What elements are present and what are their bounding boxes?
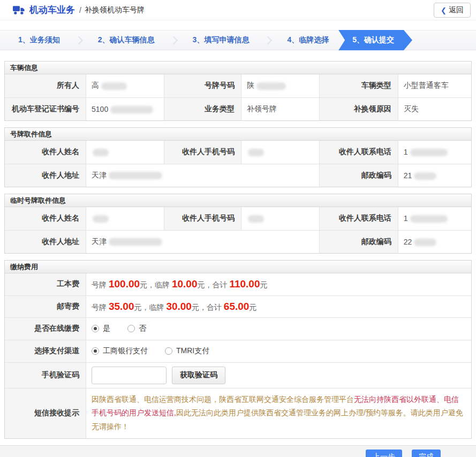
table-row: 收件人地址 天津 邮政编码 21 (5, 164, 471, 187)
redacted-value (248, 149, 264, 156)
field-label-recipient-name: 收件人姓名 (5, 207, 86, 230)
step-separator-icon (75, 36, 84, 44)
field-value-cert: 5100 (86, 97, 164, 120)
table-row: 选择支付渠道 工商银行支付 TMRI支付 (5, 340, 471, 362)
field-label-sms-note: 短信接收提示 (5, 388, 86, 438)
redacted-value (109, 238, 162, 246)
field-label-owner: 所有人 (5, 74, 86, 97)
payment-channel-options: 工商银行支付 TMRI支付 (86, 340, 471, 362)
section-vehicle-info: 车辆信息 所有人 高 号牌号码 陕 车辆类型 小型普通客车 机动车登记证书编号 … (4, 61, 472, 121)
radio-channel-tmri[interactable]: TMRI支付 (165, 346, 209, 356)
redacted-value (256, 82, 286, 90)
field-value-biz-type: 补领号牌 (241, 97, 320, 120)
section-fees: 缴纳费用 工本费 号牌 100.00元，临牌 10.00元，合计 110.00元… (4, 260, 472, 439)
prev-step-button[interactable]: 上一步 (366, 450, 402, 457)
field-value-vehicle-type: 小型普通客车 (398, 74, 471, 97)
footer-bar: 上一步 完成 (0, 445, 476, 457)
get-code-button[interactable]: 获取验证码 (172, 367, 225, 384)
field-label-sms-code: 手机验证码 (5, 362, 86, 388)
plate-delivery-table: 收件人姓名 收件人手机号码 收件人联系电话 1 收件人地址 天津 邮政编码 21 (5, 141, 471, 187)
redacted-value (414, 239, 436, 246)
table-row: 所有人 高 号牌号码 陕 车辆类型 小型普通客车 (5, 74, 471, 97)
page-subtitle: 补换领机动车号牌 (85, 5, 145, 15)
field-value-owner: 高 (86, 74, 164, 97)
section-plate-delivery: 号牌取件信息 收件人姓名 收件人手机号码 收件人联系电话 1 收件人地址 天津 … (4, 127, 472, 187)
section-temp-plate-delivery: 临时号牌取件信息 收件人姓名 收件人手机号码 收件人联系电话 1 收件人地址 天… (4, 194, 472, 254)
table-row: 手机验证码 获取验证码 (5, 362, 471, 388)
redacted-value (410, 149, 448, 156)
sms-note-part1: 因陕西省联通、电信运营商技术问题，陕西省互联网交通安全综合服务管理平台 (92, 395, 354, 403)
table-row: 工本费 号牌 100.00元，临牌 10.00元，合计 110.00元 (5, 273, 471, 295)
radio-checked-icon (92, 325, 99, 332)
radio-label: TMRI支付 (176, 346, 209, 356)
step-tab-1[interactable]: 1、业务须知 (12, 35, 66, 45)
redacted-value (248, 215, 264, 223)
breadcrumb-separator: / (79, 6, 81, 14)
step-tab-2[interactable]: 2、确认车辆信息 (92, 35, 161, 45)
field-value-recipient-phone: 1 (398, 141, 471, 164)
radio-online-yes[interactable]: 是 (92, 324, 110, 333)
field-value-reason: 灭失 (398, 97, 471, 120)
page-header: 机动车业务 / 补换领机动车号牌 ❮ 返回 (0, 0, 476, 20)
field-label-recipient-phone: 收件人联系电话 (320, 207, 398, 230)
field-label-postal-code: 邮政编码 (320, 230, 398, 253)
field-label-production-fee: 工本费 (5, 273, 86, 295)
step-separator-icon (264, 36, 273, 44)
table-row: 收件人姓名 收件人手机号码 收件人联系电话 1 (5, 141, 471, 164)
field-label-recipient-mobile: 收件人手机号码 (164, 141, 241, 164)
fees-table: 工本费 号牌 100.00元，临牌 10.00元，合计 110.00元 邮寄费 … (5, 273, 471, 438)
field-label-recipient-phone: 收件人联系电话 (320, 141, 398, 164)
truck-icon (13, 5, 25, 15)
field-label-recipient-address: 收件人地址 (5, 230, 86, 253)
postage-fee-value: 号牌 35.00元，临牌 30.00元，合计 65.00元 (86, 295, 471, 317)
sms-code-input[interactable] (92, 367, 167, 384)
field-value-recipient-mobile (241, 207, 320, 230)
radio-checked-icon (92, 347, 99, 355)
redacted-value (101, 82, 127, 90)
sms-note-text: 因陕西省联通、电信运营商技术问题，陕西省互联网交通安全综合服务管理平台无法向持陕… (86, 388, 471, 438)
online-payment-options: 是 否 (86, 317, 471, 340)
field-value-recipient-mobile (241, 141, 320, 164)
section-title: 临时号牌取件信息 (5, 194, 471, 207)
redacted-value (414, 172, 436, 180)
radio-label: 工商银行支付 (103, 346, 148, 356)
field-label-online-payment: 是否在线缴费 (5, 317, 86, 340)
redacted-value (110, 106, 153, 113)
field-label-postal-code: 邮政编码 (320, 164, 398, 187)
table-row: 收件人姓名 收件人手机号码 收件人联系电话 1 (5, 207, 471, 230)
back-chevron-icon: ❮ (441, 6, 447, 14)
field-value-recipient-name (86, 207, 164, 230)
back-button[interactable]: ❮ 返回 (434, 3, 471, 18)
field-value-plate: 陕 (241, 74, 320, 97)
step-tab-4[interactable]: 4、临牌选择 (281, 35, 335, 45)
temp-plate-delivery-table: 收件人姓名 收件人手机号码 收件人联系电话 1 收件人地址 天津 邮政编码 22 (5, 207, 471, 253)
redacted-value (109, 172, 162, 179)
section-title: 缴纳费用 (5, 261, 471, 273)
step-tab-5-active[interactable]: 5、确认提交 (338, 30, 412, 50)
radio-unchecked-icon (127, 325, 135, 332)
step-tab-3[interactable]: 3、填写申请信息 (186, 35, 256, 45)
finish-button[interactable]: 完成 (412, 450, 441, 457)
field-value-recipient-phone: 1 (398, 207, 471, 230)
step-separator-icon (169, 36, 178, 44)
table-row: 是否在线缴费 是 否 (5, 317, 471, 340)
radio-label: 否 (139, 324, 146, 333)
redacted-value (410, 215, 448, 223)
table-row: 邮寄费 号牌 35.00元，临牌 30.00元，合计 65.00元 (5, 295, 471, 317)
table-row: 机动车登记证书编号 5100 业务类型 补领号牌 补换领原因 灭失 (5, 97, 471, 120)
back-button-label: 返回 (449, 5, 464, 15)
production-fee-value: 号牌 100.00元，临牌 10.00元，合计 110.00元 (86, 273, 471, 295)
field-label-recipient-name: 收件人姓名 (5, 141, 86, 164)
redacted-value (93, 149, 109, 156)
radio-channel-icbc[interactable]: 工商银行支付 (92, 346, 148, 356)
field-label-recipient-mobile: 收件人手机号码 (164, 207, 241, 230)
field-value-postal-code: 21 (398, 164, 471, 187)
field-label-vehicle-type: 车辆类型 (320, 74, 398, 97)
table-row: 收件人地址 天津 邮政编码 22 (5, 230, 471, 253)
redacted-value (93, 215, 109, 223)
radio-unchecked-icon (165, 347, 172, 355)
field-label-plate: 号牌号码 (164, 74, 241, 97)
radio-online-no[interactable]: 否 (127, 324, 146, 333)
field-label-reason: 补换领原因 (320, 97, 398, 120)
vehicle-info-table: 所有人 高 号牌号码 陕 车辆类型 小型普通客车 机动车登记证书编号 5100 … (5, 74, 471, 120)
